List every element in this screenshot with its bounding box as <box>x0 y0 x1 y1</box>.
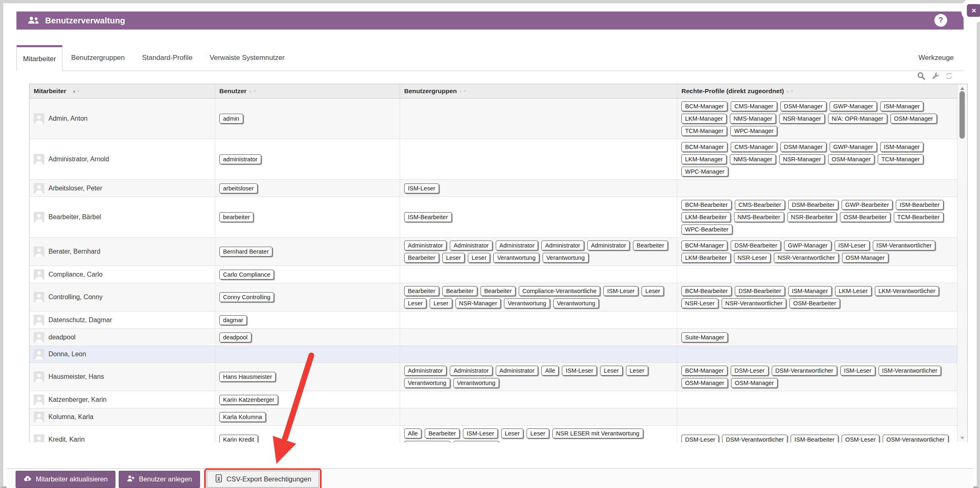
group-badge: Leser <box>626 366 648 376</box>
employee-name: Kolumna, Karla <box>48 413 93 421</box>
group-badge: Verantwortung <box>404 441 450 442</box>
column-header-benutzer[interactable]: Benutzer▲▼ <box>215 84 400 98</box>
avatar <box>34 315 44 325</box>
profile-badge: NSR-Manager <box>779 114 825 124</box>
profile-badge: BCM-Manager <box>681 142 727 152</box>
profile-badge: DSM-Verantwortlicher <box>772 366 837 376</box>
refresh-icon[interactable] <box>945 71 954 80</box>
group-badge: Verantwortung <box>404 378 450 388</box>
column-header-benutzergruppen[interactable]: Benutzergruppen▲▼ <box>400 84 677 98</box>
csv-export-berechtigungen-button[interactable]: CSV-Export Berechtigungen <box>207 471 319 488</box>
profile-badge: LKM-Leser <box>835 286 872 296</box>
profile-badge: CMS-Bearbeiter <box>735 200 785 210</box>
avatar <box>34 183 44 194</box>
user-cell: Hans Hausmeister <box>215 363 400 391</box>
profile-badge: BCM-Manager <box>681 366 727 376</box>
table-row[interactable]: Kredit, KarinKarin KreditAlleBearbeiterI… <box>30 426 967 442</box>
employee-cell: Datenschutz, Dagmar <box>30 312 215 328</box>
column-header-rechte-profile-direkt-zugeordnet[interactable]: Rechte-Profile (direkt zugeordnet)▲▼ <box>677 84 967 98</box>
user-cell: Bernhard Berater <box>215 238 400 266</box>
table-row[interactable]: Admin, AntonadminBCM-ManagerCMS-ManagerD… <box>30 99 967 139</box>
user-badge: Karin Katzenberger <box>219 395 278 405</box>
search-icon[interactable] <box>917 71 926 80</box>
profile-badge: ISM-Bearbeiter <box>791 435 838 442</box>
table-row[interactable]: deadpooldeadpoolSuite-Manager <box>30 329 967 346</box>
user-badge: Bernhard Berater <box>219 247 272 257</box>
mitarbeiter-aktualisieren-button[interactable]: Mitarbeiter aktualisieren <box>16 471 115 488</box>
vertical-scrollbar[interactable] <box>957 85 967 442</box>
group-badge: Verantwortung <box>504 298 550 308</box>
profiles-cell <box>677 312 967 328</box>
profile-badge: WPC-Manager <box>681 167 728 176</box>
scroll-down-icon[interactable] <box>957 435 967 441</box>
profile-badge: NMS-Bearbeiter <box>734 212 784 222</box>
window-header: Benutzerverwaltung ? <box>16 11 964 30</box>
benutzer-anlegen-button[interactable]: Benutzer anlegen <box>119 471 200 488</box>
avatar <box>34 412 44 422</box>
wrench-icon[interactable] <box>931 71 940 80</box>
group-badge: Administrator <box>450 366 492 376</box>
profile-badge: OSM-Manager <box>842 253 888 263</box>
button-label: Benutzer anlegen <box>139 475 192 483</box>
werkzeuge-menu[interactable]: Werkzeuge <box>918 54 964 62</box>
table-row[interactable]: Controlling, ConnyConny ControllingBearb… <box>30 283 967 312</box>
profile-badge: ISM-Manager <box>880 101 924 111</box>
profiles-cell: BCM-ManagerDSM-LeserDSM-Verantwortlicher… <box>677 363 967 391</box>
employee-name: Compliance, Carlo <box>48 271 103 278</box>
scroll-up-icon[interactable] <box>957 85 967 91</box>
profile-badge: LKM-Bearbeiter <box>681 212 731 222</box>
employee-name: Administrator, Arnold <box>48 156 109 163</box>
table-row[interactable]: Donna, Leon <box>30 346 967 363</box>
profile-badge: OSM-Manager <box>890 114 937 124</box>
user-cell: Karla Kolumna <box>215 408 400 425</box>
profile-badge: CMS-Manager <box>731 142 777 152</box>
table-row[interactable]: Datenschutz, Dagmardagmar <box>30 312 967 329</box>
group-badge: Leser <box>501 428 523 438</box>
profile-badge: DSM-Bearbeiter <box>735 286 785 296</box>
employee-name: Admin, Anton <box>48 115 87 122</box>
groups-cell: AdministratorAdministratorAdministratorA… <box>400 238 677 266</box>
user-badge: deadpool <box>219 332 251 342</box>
tab-mitarbeiter[interactable]: Mitarbeiter <box>16 45 62 71</box>
column-header-mitarbeiter[interactable]: Mitarbeiter▲▼ <box>30 84 215 98</box>
profile-badge: OSM-Bearbeiter <box>840 212 890 222</box>
table-row[interactable]: Kolumna, KarlaKarla Kolumna <box>30 408 967 426</box>
help-icon[interactable]: ? <box>934 14 947 27</box>
button-label: Mitarbeiter aktualisieren <box>36 475 108 483</box>
user-cell: admin <box>215 99 400 139</box>
user-badge: admin <box>219 114 243 124</box>
tab-standard-profile[interactable]: Standard-Profile <box>133 45 201 71</box>
close-icon[interactable]: × <box>967 4 980 17</box>
profile-badge: ISM-Bearbeiter <box>896 200 943 210</box>
table-row[interactable]: Berater, BernhardBernhard BeraterAdminis… <box>30 238 967 266</box>
profiles-cell <box>677 408 967 425</box>
group-badge: Administrator <box>496 366 538 376</box>
employee-name: Hausmeister, Hans <box>48 373 104 380</box>
user-cell: Carlo Compliance <box>215 266 400 283</box>
table-row[interactable]: Katzenberger, KarinKarin Katzenberger <box>30 391 967 408</box>
tab-verwaiste-systemnutzer[interactable]: Verwaiste Systemnutzer <box>201 45 293 71</box>
groups-cell: BearbeiterBearbeiterBearbeiterCompliance… <box>400 283 677 311</box>
employee-name: Bearbeiter, Bärbel <box>48 213 101 221</box>
profiles-cell <box>677 266 967 283</box>
users-icon <box>27 16 39 25</box>
profiles-cell <box>677 346 967 362</box>
user-cell: administrator <box>215 139 400 179</box>
table-row[interactable]: Bearbeiter, BärbelbearbeiterISM-Bearbeit… <box>30 197 967 238</box>
table-row[interactable]: Compliance, CarloCarlo Compliance <box>30 266 967 283</box>
table-row[interactable]: Administrator, ArnoldadministratorBCM-Ma… <box>30 139 967 180</box>
group-badge: Leser <box>442 253 465 263</box>
table-row[interactable]: Arbeitsloser, PeterarbeitsloserISM-Leser <box>30 180 967 197</box>
avatar <box>34 154 44 165</box>
scrollbar-thumb[interactable] <box>959 91 965 139</box>
cloud-download-icon <box>23 474 32 484</box>
tab-benutzergruppen[interactable]: Benutzergruppen <box>62 45 133 71</box>
table-row[interactable]: Hausmeister, HansHans HausmeisterAdminis… <box>30 363 967 391</box>
group-badge: Compliance-Verantwortliche <box>519 286 600 296</box>
groups-cell <box>400 99 677 139</box>
profiles-cell: DSM-LeserDSM-VerantwortlicherISM-Bearbei… <box>677 426 967 442</box>
employee-cell: Controlling, Conny <box>30 283 215 311</box>
profile-badge: OSM-Manager <box>681 378 728 388</box>
sort-carets-icon: ▲▼ <box>72 89 81 93</box>
group-badge: Bearbeiter <box>481 286 515 296</box>
